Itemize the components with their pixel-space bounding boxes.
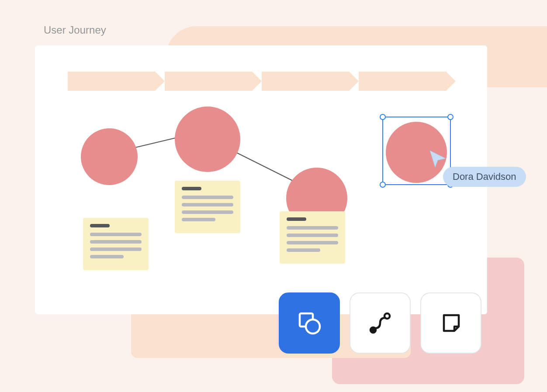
toolbar xyxy=(279,292,481,354)
stage-arrow[interactable] xyxy=(165,72,252,91)
resize-handle[interactable] xyxy=(380,182,386,188)
sticky-note-tool-button[interactable] xyxy=(420,292,481,354)
collaborator-label: Dora Davidson xyxy=(443,167,526,187)
sticky-note-icon xyxy=(440,312,462,334)
connector-icon xyxy=(368,311,392,335)
sticky-note[interactable] xyxy=(83,218,149,270)
shapes-icon xyxy=(296,310,322,336)
svg-point-3 xyxy=(306,320,320,334)
stage-arrow[interactable] xyxy=(262,72,349,91)
svg-line-0 xyxy=(133,137,179,148)
sticky-note[interactable] xyxy=(175,181,240,233)
shapes-tool-button[interactable] xyxy=(279,292,340,354)
journey-node[interactable] xyxy=(81,128,138,185)
connector-tool-button[interactable] xyxy=(350,292,411,354)
stage-arrow[interactable] xyxy=(359,72,446,91)
journey-node[interactable] xyxy=(175,107,240,172)
whiteboard-canvas[interactable]: Dora Davidson xyxy=(35,45,487,314)
collaborator-cursor-icon xyxy=(428,149,447,168)
sticky-note[interactable] xyxy=(280,211,345,264)
journey-stages-row xyxy=(68,72,446,91)
page-title: User Journey xyxy=(44,24,106,36)
resize-handle[interactable] xyxy=(447,114,454,120)
resize-handle[interactable] xyxy=(380,114,386,120)
stage-arrow[interactable] xyxy=(68,72,155,91)
